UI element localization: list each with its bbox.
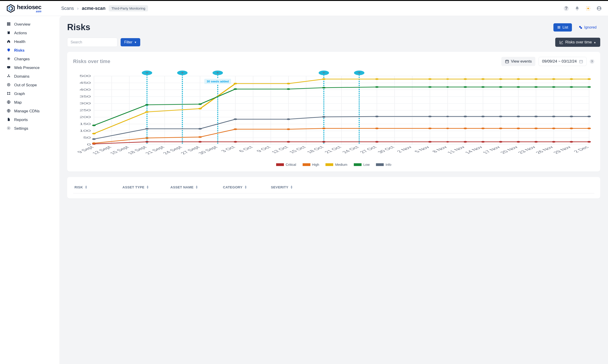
legend-item-high[interactable]: High — [303, 163, 319, 167]
legend-item-critical[interactable]: Critical — [276, 163, 296, 167]
bell-icon[interactable] — [575, 6, 580, 11]
list-view-button[interactable]: List — [553, 23, 572, 31]
view-events-button[interactable]: View events — [501, 57, 535, 66]
table-header-row: RISK▲▼ ASSET TYPE▲▼ ASSET NAME▲▼ CATEGOR… — [73, 182, 594, 194]
svg-point-189 — [481, 128, 485, 129]
svg-text:24 Sept: 24 Sept — [161, 145, 184, 155]
svg-point-162 — [464, 141, 467, 143]
ignored-button[interactable]: Ignored — [575, 23, 600, 31]
svg-point-253 — [322, 116, 326, 117]
date-range-picker[interactable]: 09/09/24 ~ 03/12/24 — [539, 57, 586, 66]
filter-button[interactable]: Filter ▼ — [121, 38, 140, 46]
svg-point-171 — [145, 137, 149, 139]
svg-point-32 — [9, 92, 10, 93]
svg-marker-0 — [7, 5, 14, 12]
svg-point-224 — [198, 104, 202, 105]
svg-point-30 — [8, 84, 9, 85]
sidebar-item-overview[interactable]: Overview — [2, 20, 57, 29]
sidebar-item-manage-cdns[interactable]: Manage CDNs — [2, 107, 57, 116]
svg-point-223 — [145, 104, 149, 106]
nav-label: Risks — [14, 48, 25, 53]
svg-point-146 — [198, 141, 202, 143]
sidebar-item-health[interactable]: Health — [2, 38, 57, 46]
svg-point-145 — [145, 141, 149, 143]
svg-point-222 — [92, 125, 96, 126]
risks-chart-svg: 0501001502002503003504004505009 Sept12 S… — [73, 69, 594, 158]
sidebar-item-graph[interactable]: Graph — [2, 90, 57, 98]
nav-label: Reports — [14, 117, 28, 122]
nav-label: Graph — [14, 91, 25, 96]
svg-rect-19 — [7, 25, 8, 26]
svg-point-239 — [446, 86, 449, 88]
theme-toggle-icon[interactable] — [586, 6, 591, 11]
svg-text:24 Oct: 24 Oct — [341, 145, 361, 154]
svg-point-37 — [8, 128, 9, 129]
breadcrumb-root[interactable]: Scans — [61, 6, 74, 11]
help-icon[interactable]: ? — [564, 6, 569, 11]
svg-point-163 — [481, 141, 485, 143]
svg-rect-20 — [8, 25, 9, 26]
brand-logo[interactable]: hexiosec asm — [6, 4, 61, 13]
breadcrumb-current[interactable]: acme-scan — [82, 6, 105, 11]
sidebar: OverviewActionsHealthRisksChangesWeb Pre… — [0, 16, 59, 364]
date-range-value: 09/09/24 ~ 03/12/24 — [542, 59, 577, 64]
nav-label: Map — [14, 100, 22, 105]
topbar: hexiosec asm Scans › acme-scan Third-Par… — [0, 0, 608, 16]
risks-over-time-toggle[interactable]: Risks over time ▲ — [555, 38, 600, 47]
svg-point-251 — [234, 118, 237, 120]
svg-text:2 Nov: 2 Nov — [395, 145, 414, 153]
svg-point-190 — [499, 128, 502, 129]
th-asset-name[interactable]: ASSET NAME▲▼ — [170, 185, 209, 189]
svg-rect-15 — [9, 22, 10, 23]
svg-text:30 Sept: 30 Sept — [197, 145, 219, 155]
svg-point-242 — [499, 86, 502, 88]
sidebar-item-changes[interactable]: Changes — [2, 55, 57, 64]
sidebar-item-web-presence[interactable]: Web Presence — [2, 64, 57, 72]
svg-point-219 — [552, 78, 555, 80]
page-title: Risks — [67, 22, 90, 32]
search-input[interactable] — [67, 38, 117, 47]
svg-point-265 — [446, 116, 449, 117]
view-events-label: View events — [511, 59, 532, 64]
th-asset-type[interactable]: ASSET TYPE▲▼ — [122, 185, 157, 189]
breadcrumb: Scans › acme-scan Third-Party Monitoring — [61, 5, 148, 12]
chart-help-icon[interactable]: ? — [590, 59, 594, 64]
sidebar-item-domains[interactable]: Domains — [2, 72, 57, 81]
svg-text:+: + — [357, 71, 361, 75]
svg-point-194 — [570, 128, 573, 129]
svg-rect-16 — [7, 24, 8, 25]
svg-point-161 — [446, 141, 449, 143]
sort-icon: ▲▼ — [244, 185, 247, 189]
sidebar-item-map[interactable]: Map — [2, 98, 57, 107]
legend-item-low[interactable]: Low — [354, 163, 370, 167]
svg-text:+: + — [145, 71, 149, 75]
svg-text:50: 50 — [83, 136, 91, 139]
sidebar-item-risks[interactable]: Risks — [2, 46, 57, 55]
svg-point-175 — [322, 128, 326, 129]
sidebar-item-settings[interactable]: Settings — [2, 124, 57, 133]
risks-table-card: RISK▲▼ ASSET TYPE▲▼ ASSET NAME▲▼ CATEGOR… — [67, 177, 600, 198]
nav-label: Web Presence — [14, 65, 39, 70]
svg-point-167 — [552, 141, 555, 143]
legend-item-info[interactable]: Info — [376, 163, 391, 167]
th-category[interactable]: CATEGORY▲▼ — [223, 185, 257, 189]
svg-point-240 — [464, 86, 467, 88]
svg-point-187 — [446, 128, 449, 129]
user-avatar-icon[interactable] — [596, 6, 602, 11]
sort-icon: ▲▼ — [195, 185, 198, 189]
svg-point-193 — [552, 128, 555, 129]
svg-text:450: 450 — [79, 81, 91, 84]
svg-point-245 — [552, 86, 555, 88]
sidebar-item-reports[interactable]: Reports — [2, 116, 57, 124]
sidebar-item-out-of-scope[interactable]: Out of Scope — [2, 81, 57, 90]
svg-point-215 — [481, 78, 485, 80]
svg-text:29 Nov: 29 Nov — [552, 145, 573, 154]
sort-icon: ▲▼ — [290, 185, 293, 189]
sidebar-item-actions[interactable]: Actions — [2, 29, 57, 38]
nav-icon — [6, 65, 11, 70]
svg-point-246 — [570, 86, 573, 88]
svg-text:+: + — [216, 71, 220, 75]
legend-item-medium[interactable]: Medium — [325, 163, 347, 167]
th-risk[interactable]: RISK▲▼ — [75, 185, 109, 189]
th-severity[interactable]: SEVERITY▲▼ — [271, 185, 305, 189]
